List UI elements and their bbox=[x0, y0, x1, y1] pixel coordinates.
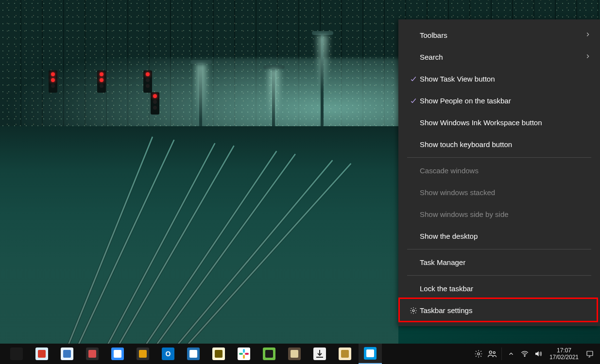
wallpaper-signal bbox=[143, 70, 152, 93]
taskbar-app-deezer[interactable] bbox=[5, 344, 28, 364]
taskbar-apps: O bbox=[0, 344, 382, 364]
svg-rect-5 bbox=[139, 350, 147, 358]
notifications-icon[interactable] bbox=[584, 344, 595, 364]
menu-item-label: Show Task View button bbox=[420, 75, 591, 83]
menu-item-show-windows-ink-workspace-button[interactable]: Show Windows Ink Workspace button bbox=[398, 112, 600, 133]
menu-separator bbox=[407, 157, 591, 158]
taskbar-app-photos-editor[interactable] bbox=[182, 344, 205, 364]
menu-item-label: Task Manager bbox=[420, 258, 591, 266]
taskbar-app-downloads[interactable] bbox=[308, 344, 331, 364]
wifi-icon[interactable] bbox=[519, 344, 530, 364]
menu-item-taskbar-settings[interactable]: Taskbar settings bbox=[398, 299, 600, 321]
menu-item-label: Show the desktop bbox=[420, 232, 591, 240]
svg-rect-10 bbox=[243, 355, 245, 359]
tray-separator bbox=[501, 347, 502, 360]
menu-item-task-manager[interactable]: Task Manager bbox=[398, 251, 600, 273]
settings-icon[interactable] bbox=[473, 344, 484, 364]
svg-rect-9 bbox=[239, 353, 243, 355]
menu-item-show-the-desktop[interactable]: Show the desktop bbox=[398, 225, 600, 247]
svg-point-16 bbox=[478, 353, 480, 355]
menu-item-label: Cascade windows bbox=[420, 166, 591, 175]
svg-point-0 bbox=[412, 310, 414, 312]
svg-rect-6 bbox=[189, 350, 197, 358]
menu-item-lock-the-taskbar[interactable]: Lock the taskbar bbox=[398, 278, 600, 299]
menu-item-label: Show windows stacked bbox=[420, 188, 591, 197]
wallpaper-signal bbox=[151, 92, 159, 115]
taskbar-app-paint3d[interactable] bbox=[333, 344, 357, 364]
menu-item-show-windows-stacked: Show windows stacked bbox=[398, 182, 600, 203]
wallpaper-tracks bbox=[0, 126, 398, 349]
menu-separator bbox=[407, 275, 591, 276]
svg-rect-8 bbox=[243, 349, 245, 353]
svg-point-18 bbox=[493, 351, 495, 353]
check-icon bbox=[407, 97, 420, 105]
menu-item-label: Show People on the taskbar bbox=[420, 97, 591, 105]
svg-rect-4 bbox=[114, 350, 121, 358]
svg-rect-14 bbox=[341, 350, 349, 358]
svg-rect-20 bbox=[587, 351, 593, 356]
taskbar[interactable]: O 17:07 17/02/2021 bbox=[0, 344, 600, 364]
gear-icon bbox=[407, 307, 420, 314]
menu-item-label: Taskbar settings bbox=[420, 306, 591, 314]
taskbar-app-snipping-tool[interactable] bbox=[30, 344, 53, 364]
chevron-right-icon bbox=[584, 31, 591, 39]
menu-item-toolbars[interactable]: Toolbars bbox=[398, 24, 600, 46]
svg-rect-7 bbox=[215, 350, 223, 358]
taskbar-app-plex[interactable] bbox=[131, 344, 154, 364]
svg-rect-2 bbox=[63, 350, 71, 358]
svg-rect-11 bbox=[245, 353, 249, 355]
taskbar-app-photos[interactable] bbox=[359, 344, 382, 364]
menu-item-show-people-on-the-taskbar[interactable]: Show People on the taskbar bbox=[398, 90, 600, 112]
taskbar-clock[interactable]: 17:07 17/02/2021 bbox=[547, 347, 582, 361]
taskbar-context-menu: ToolbarsSearchShow Task View buttonShow … bbox=[398, 19, 600, 326]
clock-date: 17/02/2021 bbox=[549, 354, 579, 361]
menu-item-label: Search bbox=[420, 53, 584, 61]
menu-item-label: Lock the taskbar bbox=[420, 284, 591, 293]
menu-item-label: Show touch keyboard button bbox=[420, 140, 591, 149]
svg-point-17 bbox=[489, 351, 492, 353]
chevron-right-icon bbox=[584, 53, 591, 61]
taskbar-app-gimp[interactable] bbox=[283, 344, 306, 364]
svg-rect-13 bbox=[291, 350, 298, 358]
svg-rect-3 bbox=[88, 350, 96, 358]
check-icon bbox=[407, 75, 420, 83]
taskbar-app-bluestacks[interactable] bbox=[257, 344, 281, 364]
clock-time: 17:07 bbox=[549, 347, 579, 354]
menu-item-label: Show windows side by side bbox=[420, 210, 591, 218]
menu-item-show-touch-keyboard-button[interactable]: Show touch keyboard button bbox=[398, 133, 600, 155]
menu-item-search[interactable]: Search bbox=[398, 46, 600, 68]
svg-point-19 bbox=[524, 356, 525, 357]
wallpaper-signal bbox=[49, 70, 57, 93]
svg-rect-15 bbox=[366, 349, 374, 357]
menu-item-show-windows-side-by-side: Show windows side by side bbox=[398, 203, 600, 225]
wallpaper-signal bbox=[97, 70, 106, 93]
taskbar-app-notepad[interactable] bbox=[207, 344, 230, 364]
desktop[interactable]: ToolbarsSearchShow Task View buttonShow … bbox=[0, 0, 600, 364]
taskbar-app-slack[interactable] bbox=[232, 344, 256, 364]
menu-separator bbox=[407, 249, 591, 249]
taskbar-app-zoom[interactable] bbox=[106, 344, 129, 364]
tray-overflow-chevron-icon[interactable] bbox=[506, 344, 516, 364]
menu-item-label: Show Windows Ink Workspace button bbox=[420, 118, 591, 127]
volume-icon[interactable] bbox=[533, 344, 544, 364]
people-icon[interactable] bbox=[487, 344, 497, 364]
taskbar-app-outlook[interactable]: O bbox=[156, 344, 180, 364]
svg-rect-1 bbox=[38, 350, 46, 358]
menu-item-label: Toolbars bbox=[420, 31, 584, 39]
menu-item-cascade-windows: Cascade windows bbox=[398, 160, 600, 182]
taskbar-app-paint[interactable] bbox=[55, 344, 79, 364]
taskbar-app-popcorn-time[interactable] bbox=[81, 344, 104, 364]
system-tray: 17:07 17/02/2021 bbox=[468, 344, 600, 364]
svg-rect-12 bbox=[265, 350, 273, 358]
menu-item-show-task-view-button[interactable]: Show Task View button bbox=[398, 68, 600, 90]
